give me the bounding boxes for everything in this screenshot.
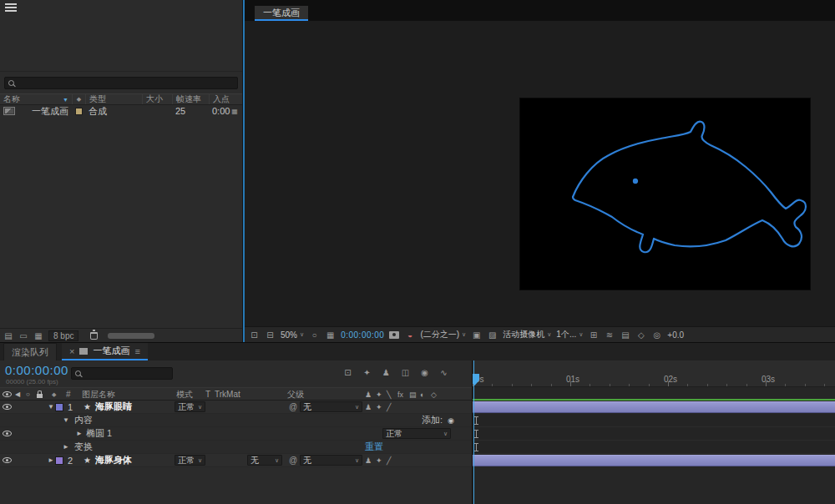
zoom-select[interactable]: 50% ∨ xyxy=(281,330,304,340)
frame-blend-switch-icon[interactable]: ▤ xyxy=(409,388,420,401)
mode-select[interactable]: 正常 ∨ xyxy=(175,455,205,466)
fast-preview-icon[interactable]: ≋ xyxy=(604,330,615,340)
horizontal-scrollbar[interactable] xyxy=(108,333,154,339)
reset-exposure-icon[interactable]: ◎ xyxy=(651,330,662,340)
eye-icon[interactable] xyxy=(3,431,12,436)
project-search-input[interactable] xyxy=(4,77,238,89)
layer-name[interactable]: 海豚身体 xyxy=(95,454,132,466)
twirl-closed-icon[interactable]: ► xyxy=(63,441,69,453)
collapse-switch-icon[interactable]: ✦ xyxy=(376,454,387,466)
pickwhip-icon[interactable]: @ xyxy=(289,454,297,466)
exposure-value[interactable]: +0.0 xyxy=(667,330,684,340)
show-channel-icon[interactable]: ◒ xyxy=(404,330,415,340)
current-time-display[interactable]: 0:00:00:00 xyxy=(5,363,68,377)
layer-duration-bar[interactable] xyxy=(473,401,835,413)
tab-render-queue[interactable]: 渲染队列 xyxy=(3,343,57,360)
active-camera-select[interactable]: 活动摄像机 ∨ xyxy=(503,329,551,340)
threed-switch-icon[interactable]: ◇ xyxy=(431,388,442,401)
mask-visibility-icon[interactable]: ○ xyxy=(309,330,320,340)
viewer-tab[interactable]: 一笔成画 xyxy=(255,6,308,21)
lock-icon[interactable] xyxy=(37,394,43,398)
layer-color-swatch[interactable] xyxy=(55,456,63,465)
new-folder-icon[interactable]: ▭ xyxy=(18,331,28,340)
timeline-track-area[interactable]: 0s 01s 02s 03s xyxy=(472,360,835,504)
solo-icon[interactable]: ○ xyxy=(26,388,30,401)
hide-shy-layers-icon[interactable]: ♟ xyxy=(381,368,392,377)
add-button[interactable]: ◉ xyxy=(448,414,454,426)
frame-blending-icon[interactable]: ◫ xyxy=(400,368,411,377)
column-framerate[interactable]: 帧速率 xyxy=(172,94,209,104)
tab-composition[interactable]: × 一笔成画 ≡ xyxy=(62,343,148,360)
contents-label[interactable]: 内容 xyxy=(74,414,93,426)
twirl-open-icon[interactable]: ▼ xyxy=(63,414,69,426)
grid-guides-icon[interactable]: ▦ xyxy=(325,330,336,340)
column-t[interactable]: T xyxy=(205,388,210,401)
transform-label[interactable]: 变换 xyxy=(74,441,93,453)
layer-color-swatch[interactable] xyxy=(55,403,63,411)
flowchart-icon[interactable]: ◇ xyxy=(635,330,646,340)
shy-switch-icon[interactable]: ♟ xyxy=(365,401,376,413)
quality-switch-icon[interactable]: ╲ xyxy=(387,388,397,401)
column-parent[interactable]: 父级 xyxy=(287,388,304,401)
resolution-select[interactable]: (二分之一) ∨ xyxy=(420,329,466,340)
eye-icon[interactable] xyxy=(3,391,12,397)
quality-switch-icon[interactable]: ╱ xyxy=(387,454,397,466)
ellipse-row[interactable]: ► 椭圆 1 正常 ∨ xyxy=(0,427,472,441)
time-ruler[interactable]: 0s 01s 02s 03s xyxy=(473,360,835,387)
twirl-closed-icon[interactable]: ► xyxy=(48,454,54,466)
shy-switch-icon[interactable]: ♟ xyxy=(365,388,376,401)
layer-duration-bar[interactable] xyxy=(473,455,835,466)
parent-select[interactable]: 无 ∨ xyxy=(300,401,362,412)
layer-row-2[interactable]: ► 2 ★ 海豚身体 正常 ∨ 无 ∨ @ xyxy=(0,454,472,467)
timeline-search-input[interactable] xyxy=(71,367,173,380)
preview-monitor-icon[interactable]: ⊟ xyxy=(265,330,276,340)
shy-switch-icon[interactable]: ♟ xyxy=(365,454,376,466)
composition-canvas[interactable] xyxy=(520,98,810,290)
column-mode[interactable]: 模式 xyxy=(176,388,193,401)
delete-icon[interactable] xyxy=(90,332,98,340)
project-item-row[interactable]: 一笔成画 合成 25 0:00 ▦ xyxy=(0,105,242,117)
bit-depth-button[interactable]: 8 bpc xyxy=(48,330,78,341)
mode-select[interactable]: 正常 ∨ xyxy=(175,401,205,412)
column-type[interactable]: 类型 xyxy=(85,94,142,104)
view-layout-select[interactable]: 1个... ∨ xyxy=(556,329,583,340)
motion-blur-icon[interactable]: ◉ xyxy=(419,368,430,377)
region-of-interest-icon[interactable]: ▣ xyxy=(471,330,482,340)
viewer-stage[interactable] xyxy=(245,21,835,326)
column-inpoint[interactable]: 入点 xyxy=(209,94,240,104)
column-label[interactable]: ◆ xyxy=(72,94,85,104)
quality-switch-icon[interactable]: ╱ xyxy=(387,401,397,413)
always-preview-icon[interactable]: ⊡ xyxy=(249,330,260,340)
collapse-switch-icon[interactable]: ✦ xyxy=(376,388,387,401)
close-icon[interactable]: × xyxy=(69,346,74,356)
layer-row-1[interactable]: ▼ 1 ★ 海豚眼睛 正常 ∨ @ 无 ∨ xyxy=(0,401,472,414)
pixel-aspect-icon[interactable]: ⊞ xyxy=(588,330,599,340)
panel-menu-icon[interactable] xyxy=(5,3,17,5)
layer-name[interactable]: 海豚眼睛 xyxy=(95,401,132,413)
eye-icon[interactable] xyxy=(3,404,12,410)
mini-flowchart-icon[interactable]: ⊡ xyxy=(342,368,353,377)
ellipse-label[interactable]: 椭圆 1 xyxy=(86,427,112,440)
contents-row[interactable]: ▼ 内容 添加: ◉ xyxy=(0,414,472,427)
draft-3d-icon[interactable]: ✦ xyxy=(362,368,372,377)
eye-icon[interactable] xyxy=(3,457,12,463)
column-size[interactable]: 大小 xyxy=(142,94,172,104)
pickwhip-icon[interactable]: @ xyxy=(289,401,297,413)
graph-editor-icon[interactable]: ∿ xyxy=(438,368,449,377)
viewer-timecode[interactable]: 0:00:00:00 xyxy=(341,330,384,340)
trkmat-select[interactable]: 无 ∨ xyxy=(247,455,282,466)
twirl-open-icon[interactable]: ▼ xyxy=(48,401,54,413)
new-composition-icon[interactable]: ▦ xyxy=(33,331,43,340)
parent-select[interactable]: 无 ∨ xyxy=(300,455,362,466)
audio-icon[interactable]: ◀ xyxy=(15,388,20,401)
transform-row[interactable]: ► 变换 重置 xyxy=(0,441,472,454)
column-name[interactable]: 名称 ▼ xyxy=(0,94,72,104)
label-swatch[interactable] xyxy=(75,108,83,115)
reset-link[interactable]: 重置 xyxy=(365,441,383,453)
twirl-closed-icon[interactable]: ► xyxy=(76,427,83,440)
ellipse-blend-mode-select[interactable]: 正常 ∨ xyxy=(382,428,451,439)
snapshot-icon[interactable] xyxy=(389,331,399,339)
transparency-grid-icon[interactable]: ▨ xyxy=(487,330,498,340)
fx-switch-icon[interactable]: fx xyxy=(397,388,408,401)
interpret-footage-icon[interactable]: ▤ xyxy=(3,331,13,340)
